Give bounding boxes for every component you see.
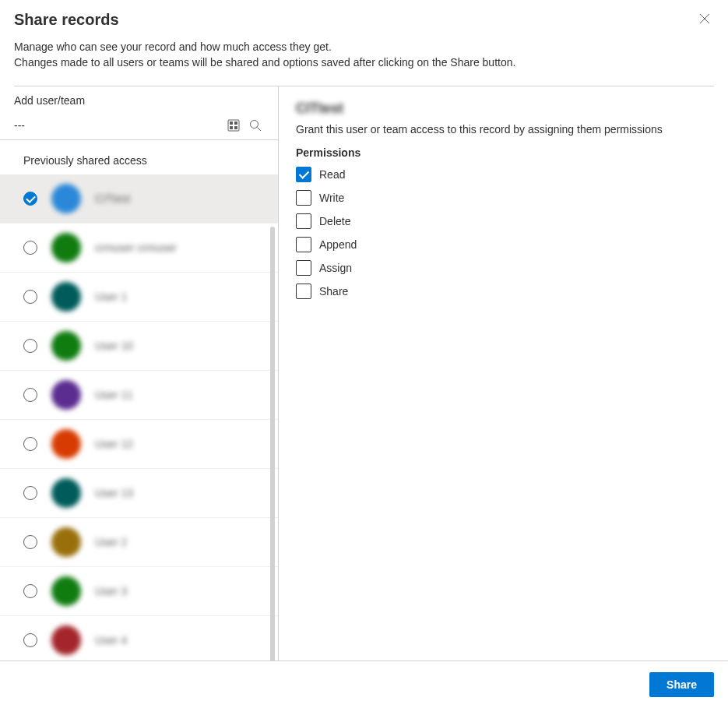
user-list-item[interactable]: CITtest <box>0 174 278 224</box>
permissions-header: Permissions <box>296 146 711 159</box>
right-panel: CITtest Grant this user or team access t… <box>279 86 728 663</box>
user-radio[interactable] <box>23 584 37 598</box>
user-radio[interactable] <box>23 192 37 206</box>
permission-checkbox[interactable] <box>296 260 311 276</box>
user-item-label: User 11 <box>95 389 133 401</box>
permission-row[interactable]: Assign <box>296 260 711 276</box>
user-radio[interactable] <box>23 633 37 647</box>
svg-rect-2 <box>234 122 237 125</box>
user-list-item[interactable]: User 3 <box>0 567 278 616</box>
user-item-label: CITtest <box>95 192 130 205</box>
avatar <box>51 184 81 213</box>
permission-row[interactable]: Read <box>296 167 711 182</box>
svg-rect-4 <box>234 126 237 129</box>
permission-label: Read <box>319 168 345 181</box>
permission-checkbox[interactable] <box>296 237 311 252</box>
user-item-label: crmuser crmuser <box>95 241 177 254</box>
permission-checkbox[interactable] <box>296 213 311 229</box>
avatar <box>51 527 81 557</box>
permission-checkbox[interactable] <box>296 284 311 299</box>
dialog-header: Share records Manage who can see your re… <box>0 0 728 78</box>
scrollbar[interactable] <box>270 227 275 663</box>
dialog-description: Manage who can see your record and how m… <box>14 40 714 70</box>
permission-checkbox[interactable] <box>296 190 311 206</box>
avatar <box>51 478 81 508</box>
user-item-label: User 4 <box>95 634 127 646</box>
user-item-label: User 3 <box>95 585 127 597</box>
user-list-item[interactable]: User 10 <box>0 322 278 371</box>
avatar <box>51 576 81 606</box>
dialog-footer: Share <box>0 660 728 708</box>
user-list-item[interactable]: User 1 <box>0 273 278 322</box>
svg-rect-3 <box>230 126 233 129</box>
permission-label: Delete <box>319 215 350 227</box>
user-item-label: User 1 <box>95 291 127 303</box>
permission-label: Write <box>319 192 344 204</box>
permission-label: Share <box>319 285 348 298</box>
dialog-body: Add user/team Previously shared acces <box>0 86 728 663</box>
close-icon <box>699 13 710 24</box>
user-list-item[interactable]: User 2 <box>0 518 278 567</box>
user-item-label: User 13 <box>95 487 133 499</box>
search-row <box>0 111 278 140</box>
user-list: CITtestcrmuser crmuserUser 1User 10User … <box>0 174 278 663</box>
dialog-title: Share records <box>14 11 714 29</box>
permissions-list: ReadWriteDeleteAppendAssignShare <box>296 167 711 299</box>
avatar <box>51 380 81 410</box>
avatar <box>51 625 81 655</box>
lookup-button[interactable] <box>225 117 242 134</box>
user-radio[interactable] <box>23 339 37 353</box>
search-button[interactable] <box>247 117 264 134</box>
svg-point-5 <box>251 121 258 129</box>
user-list-item[interactable]: crmuser crmuser <box>0 224 278 273</box>
user-list-item[interactable]: User 4 <box>0 616 278 663</box>
desc-line-2: Changes made to all users or teams will … <box>14 55 714 71</box>
permission-row[interactable]: Share <box>296 284 711 299</box>
user-list-item[interactable]: User 11 <box>0 371 278 420</box>
user-radio[interactable] <box>23 437 37 451</box>
grant-description: Grant this user or team access to this r… <box>296 123 711 136</box>
search-icon <box>249 119 262 132</box>
desc-line-1: Manage who can see your record and how m… <box>14 40 714 55</box>
permission-row[interactable]: Delete <box>296 213 711 229</box>
permission-row[interactable]: Append <box>296 237 711 252</box>
user-item-label: User 10 <box>95 340 133 352</box>
user-list-item[interactable]: User 13 <box>0 469 278 518</box>
avatar <box>51 233 81 262</box>
user-list-item[interactable]: User 12 <box>0 420 278 469</box>
add-user-label: Add user/team <box>0 86 278 111</box>
selected-user-name: CITtest <box>296 100 711 117</box>
close-button[interactable] <box>697 11 712 26</box>
user-radio[interactable] <box>23 535 37 549</box>
svg-rect-1 <box>230 122 233 125</box>
avatar <box>51 282 81 312</box>
permission-checkbox[interactable] <box>296 167 311 182</box>
user-item-label: User 12 <box>95 438 133 450</box>
avatar <box>51 429 81 459</box>
user-item-label: User 2 <box>95 536 127 548</box>
share-button[interactable]: Share <box>649 672 714 697</box>
avatar <box>51 331 81 361</box>
permission-row[interactable]: Write <box>296 190 711 206</box>
search-input[interactable] <box>14 116 220 135</box>
previously-shared-header: Previously shared access <box>0 140 278 174</box>
svg-line-6 <box>258 128 262 132</box>
permission-label: Append <box>319 238 357 251</box>
user-radio[interactable] <box>23 241 37 255</box>
permission-label: Assign <box>319 262 352 274</box>
left-panel: Add user/team Previously shared acces <box>0 86 279 663</box>
lookup-icon <box>227 119 240 132</box>
user-radio[interactable] <box>23 290 37 304</box>
user-radio[interactable] <box>23 388 37 402</box>
user-radio[interactable] <box>23 486 37 500</box>
